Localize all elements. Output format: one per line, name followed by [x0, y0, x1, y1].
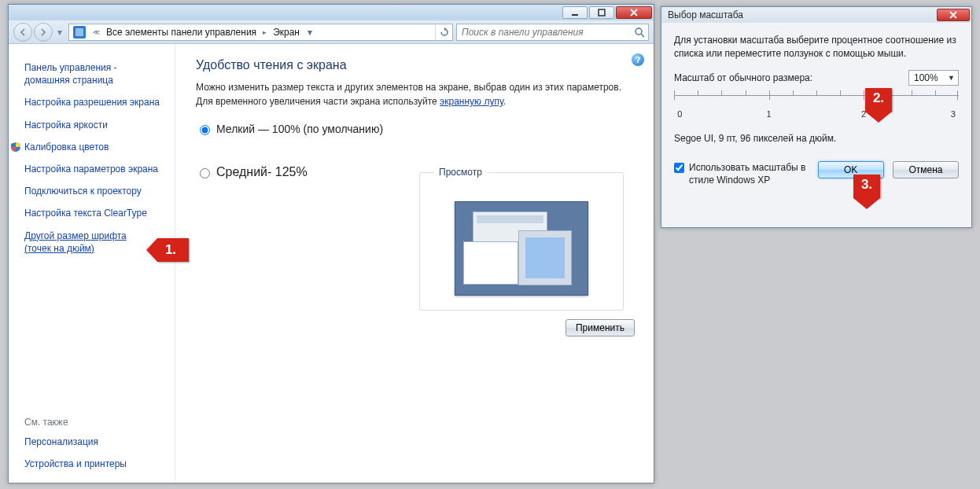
xp-scaling-checkbox-row[interactable]: Использовать масштабы в стиле Windows XP: [674, 161, 812, 186]
search-input[interactable]: [460, 26, 634, 39]
dialog-instructions: Для установки масштаба выберите процентн…: [674, 34, 959, 61]
dialog-titlebar: Выбор масштаба: [661, 7, 971, 23]
search-icon[interactable]: [634, 27, 645, 38]
chevron-down-icon: ▼: [948, 74, 955, 82]
shield-icon: [10, 142, 21, 153]
sidebar-item-resolution[interactable]: Настройка разрешения экрана: [24, 96, 167, 108]
sidebar-home-line1: Панель управления -: [24, 62, 117, 73]
sidebar-item-brightness[interactable]: Настройка яркости: [24, 119, 167, 131]
sidebar-item-projector[interactable]: Подключиться к проектору: [24, 185, 167, 197]
sidebar-item-label: Калибровка цветов: [24, 142, 109, 153]
callout-1: 1.: [157, 238, 189, 262]
preview-legend: Просмотр: [434, 167, 487, 178]
callout-2: 2.: [865, 88, 892, 112]
nav-forward-button[interactable]: [34, 23, 53, 42]
sidebar-item-cleartype[interactable]: Настройка текста ClearType: [24, 207, 167, 219]
ruler-tick-label: 3: [951, 109, 956, 119]
scale-value: 100%: [914, 72, 938, 83]
radio-small-label: Мелкий — 100% (по умолчанию): [216, 123, 383, 135]
sidebar-item-display-settings[interactable]: Настройка параметров экрана: [24, 163, 167, 175]
scale-combobox[interactable]: 100% ▼: [908, 70, 959, 86]
breadcrumb-sep-icon: ≪: [90, 28, 103, 36]
nav-back-button[interactable]: [13, 23, 32, 42]
radio-small[interactable]: [200, 125, 210, 135]
cancel-button[interactable]: Отмена: [893, 161, 959, 178]
dialog-close-button[interactable]: [937, 9, 970, 21]
svg-line-3: [641, 34, 644, 37]
breadcrumb-root[interactable]: Все элементы панели управления: [103, 27, 260, 38]
scale-ruler[interactable]: 0 1 2 3: [674, 90, 959, 125]
desc-text: Можно изменить размер текста и других эл…: [196, 82, 621, 107]
callout-label: 3.: [857, 177, 877, 193]
see-also-devices[interactable]: Устройства и принтеры: [24, 458, 167, 470]
size-option-small[interactable]: Мелкий — 100% (по умолчанию): [196, 123, 638, 135]
xp-scaling-label: Использовать масштабы в стиле Windows XP: [689, 161, 812, 186]
svg-rect-1: [599, 9, 605, 16]
xp-scaling-checkbox[interactable]: [674, 163, 684, 173]
apply-button[interactable]: Применить: [566, 319, 635, 336]
titlebar: [9, 5, 654, 20]
side-nav: Панель управления - домашняя страница На…: [9, 44, 175, 483]
font-sample-text: Segoe UI, 9 пт, 96 пикселей на дюйм.: [674, 133, 959, 144]
sidebar-home[interactable]: Панель управления - домашняя страница: [24, 61, 167, 86]
help-icon[interactable]: ?: [632, 53, 644, 66]
page-description: Можно изменить размер текста и других эл…: [196, 80, 636, 108]
callout-label: 2.: [868, 90, 889, 106]
sidebar-item-custom-dpi[interactable]: Другой размер шрифта (точек на дюйм): [24, 230, 167, 255]
control-panel-window: ▾ ≪ Все элементы панели управления ▸ Экр…: [8, 4, 654, 483]
refresh-button[interactable]: [435, 24, 452, 40]
ruler-tick-label: 1: [766, 109, 771, 119]
sidebar-item-label: Другой размер шрифта: [24, 230, 127, 241]
sidebar-item-label: (точек на дюйм): [24, 243, 94, 254]
radio-medium[interactable]: [200, 168, 210, 178]
desc-text-after: .: [503, 96, 506, 107]
address-box[interactable]: ≪ Все элементы панели управления ▸ Экран…: [68, 24, 453, 41]
dpi-dialog-window: Выбор масштаба Для установки масштаба вы…: [661, 6, 972, 228]
breadcrumb-leaf[interactable]: Экран: [270, 27, 303, 38]
sidebar-home-line2: домашняя страница: [24, 75, 113, 86]
address-bar-row: ▾ ≪ Все элементы панели управления ▸ Экр…: [9, 20, 654, 44]
magnifier-link[interactable]: экранную лупу: [440, 96, 503, 107]
ruler-tick-label: 0: [677, 109, 682, 119]
nav-history-dropdown[interactable]: ▾: [54, 23, 65, 42]
see-also-heading: См. также: [24, 417, 167, 428]
scale-label: Масштаб от обычного размера:: [674, 72, 908, 83]
preview-thumbnail: [455, 201, 588, 296]
breadcrumb-arrow-icon: ▸: [260, 28, 270, 36]
dialog-title: Выбор масштаба: [668, 9, 935, 20]
radio-medium-label: Средний- 125%: [216, 165, 308, 179]
close-button[interactable]: [616, 6, 652, 19]
breadcrumb-reveal-button[interactable]: ▾: [303, 27, 317, 38]
maximize-button[interactable]: [589, 6, 614, 19]
minimize-button[interactable]: [562, 6, 588, 19]
content-pane: ? Удобство чтения с экрана Можно изменит…: [175, 44, 654, 483]
preview-group: Просмотр: [419, 167, 624, 311]
search-box[interactable]: [456, 24, 649, 41]
sidebar-item-calibrate-color[interactable]: Калибровка цветов: [24, 141, 167, 153]
callout-label: 1.: [160, 242, 181, 258]
control-panel-icon: [73, 26, 86, 39]
callout-3: 3.: [853, 175, 880, 198]
see-also-personalization[interactable]: Персонализация: [24, 436, 167, 448]
svg-point-2: [636, 28, 642, 35]
svg-rect-0: [572, 14, 578, 16]
page-title: Удобство чтения с экрана: [196, 58, 638, 72]
